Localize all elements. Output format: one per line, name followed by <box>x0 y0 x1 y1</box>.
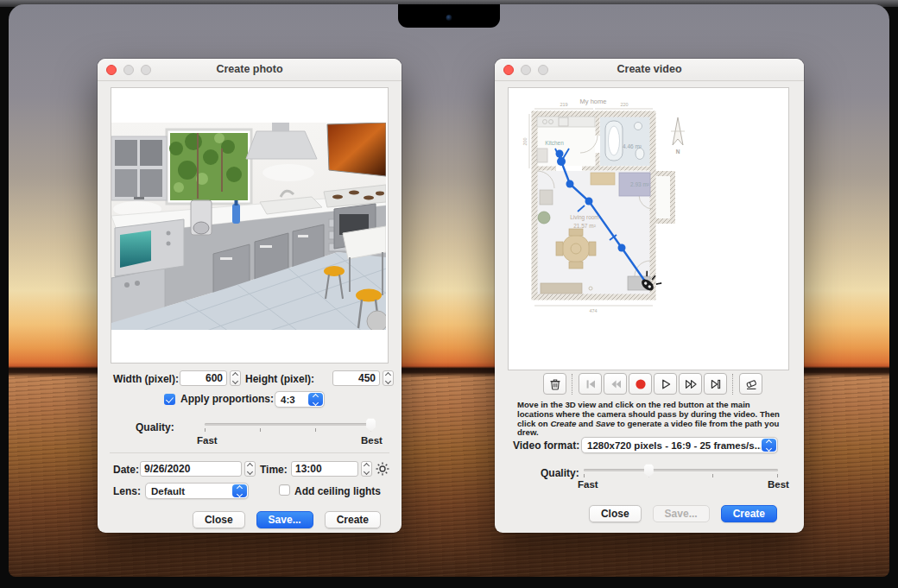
video-format-value: 1280x720 pixels - 16:9 - 25 frames/s... <box>582 440 761 451</box>
svg-text:219: 219 <box>560 102 567 107</box>
proportions-select[interactable]: 4:3 <box>275 391 325 408</box>
window-title: Create video <box>495 63 804 75</box>
create-photo-window: Create photo <box>98 59 402 533</box>
chevron-up-down-icon <box>308 393 323 406</box>
svg-text:N: N <box>676 149 680 155</box>
photo-quality-slider[interactable] <box>205 419 371 436</box>
erase-path-button[interactable] <box>739 373 762 395</box>
svg-text:200: 200 <box>522 137 528 145</box>
height-input[interactable] <box>332 370 380 386</box>
desktop-wallpaper: Create photo <box>9 4 889 577</box>
eraser-icon <box>744 377 758 391</box>
svg-text:Living room: Living room <box>570 214 599 221</box>
save-button[interactable]: Save... <box>653 505 710 522</box>
divider <box>110 452 389 453</box>
video-button-row: Close Save... Create <box>589 505 777 522</box>
webcam-dot <box>446 15 452 21</box>
width-label: Width (pixel): <box>113 373 179 385</box>
lens-value: Default <box>146 486 231 496</box>
photo-best-label: Best <box>361 435 383 446</box>
delete-path-button[interactable] <box>543 373 566 395</box>
time-stepper[interactable] <box>361 461 372 477</box>
slider-ticks <box>205 428 371 432</box>
video-quality-label: Quality: <box>541 467 579 479</box>
video-instructions: Move in the 3D view and click on the red… <box>517 401 787 438</box>
apply-proportions-label: Apply proportions: <box>180 393 274 405</box>
lens-label: Lens: <box>113 485 141 497</box>
width-input[interactable] <box>180 370 227 386</box>
svg-text:2.93 m²: 2.93 m² <box>630 181 650 187</box>
plan-title: My home <box>580 98 607 105</box>
toolbar-separator <box>732 374 734 395</box>
photo-fast-label: Fast <box>197 435 218 446</box>
play-button[interactable] <box>654 373 677 395</box>
notch <box>398 4 500 28</box>
trash-icon <box>548 377 562 391</box>
ceiling-lights-label: Add ceiling lights <box>294 485 381 497</box>
height-label: Height (pixel): <box>245 373 314 385</box>
window-title: Create photo <box>98 63 402 75</box>
close-button[interactable]: Close <box>589 505 642 522</box>
video-title-bar[interactable]: Create video <box>495 59 804 81</box>
skip-to-start-button[interactable] <box>579 373 602 395</box>
photo-quality-label: Quality: <box>136 421 174 433</box>
floor-plan-preview: N My home 219 220 474 200 Kitchen 4.46 m… <box>509 88 787 368</box>
date-label: Date: <box>113 464 139 476</box>
sun-icon <box>376 462 389 476</box>
video-best-label: Best <box>768 479 789 490</box>
svg-text:474: 474 <box>589 308 597 313</box>
slider-track[interactable] <box>584 469 778 471</box>
rewind-button[interactable] <box>604 373 627 395</box>
time-input[interactable] <box>291 461 358 477</box>
chevron-up-down-icon <box>762 439 776 452</box>
plan-preview-panel: N My home 219 220 474 200 Kitchen 4.46 m… <box>508 87 789 370</box>
fast-forward-button[interactable] <box>679 373 702 395</box>
skip-to-end-button[interactable] <box>704 373 727 395</box>
video-path-toolbar <box>543 373 764 395</box>
fast-forward-icon <box>684 377 698 391</box>
rewind-icon <box>609 377 623 391</box>
record-icon <box>634 377 648 391</box>
toolbar-separator <box>572 374 573 395</box>
svg-text:4.46 m²: 4.46 m² <box>623 143 642 149</box>
date-stepper[interactable] <box>244 461 256 477</box>
video-quality-slider[interactable] <box>584 465 778 482</box>
video-fast-label: Fast <box>578 479 598 490</box>
close-button[interactable]: Close <box>193 511 245 528</box>
photo-preview-panel <box>111 87 389 364</box>
svg-text:220: 220 <box>620 102 628 107</box>
apply-proportions-checkbox[interactable] <box>164 394 175 405</box>
photo-title-bar[interactable]: Create photo <box>98 59 402 81</box>
slider-ticks <box>584 474 778 477</box>
save-button[interactable]: Save... <box>256 511 313 528</box>
create-video-window: Create video <box>495 59 804 533</box>
height-stepper[interactable] <box>383 370 394 386</box>
chevron-up-down-icon <box>232 484 247 497</box>
skip-end-icon <box>709 377 723 391</box>
create-button[interactable]: Create <box>325 511 381 528</box>
proportions-value: 4:3 <box>275 395 307 405</box>
skip-start-icon <box>584 377 598 391</box>
ceiling-lights-checkbox[interactable] <box>279 484 290 496</box>
record-button[interactable] <box>629 373 652 395</box>
date-input[interactable] <box>140 461 242 477</box>
photo-button-row: Close Save... Create <box>193 511 381 528</box>
photo-preview-image <box>111 123 386 330</box>
create-button[interactable]: Create <box>721 505 777 522</box>
slider-track[interactable] <box>205 423 371 426</box>
time-label: Time: <box>260 464 288 476</box>
lens-select[interactable]: Default <box>145 483 249 499</box>
kitchen-label: Kitchen <box>545 140 564 146</box>
play-icon <box>659 377 673 391</box>
video-format-select[interactable]: 1280x720 pixels - 16:9 - 25 frames/s... <box>581 437 778 453</box>
svg-text:21.57 m²: 21.57 m² <box>573 223 596 229</box>
video-format-label: Video format: <box>513 439 579 452</box>
width-stepper[interactable] <box>230 370 241 386</box>
